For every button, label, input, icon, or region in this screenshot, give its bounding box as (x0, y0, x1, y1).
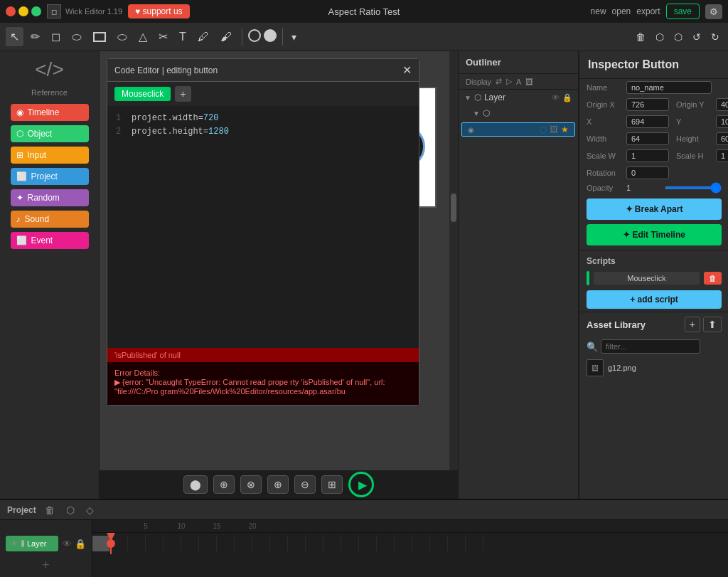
height-input[interactable] (716, 132, 728, 145)
frame-12[interactable] (288, 536, 306, 551)
sidebar-item-input[interactable]: ⊞ Input (11, 147, 89, 164)
rect-tool[interactable] (89, 29, 110, 45)
frame-8[interactable] (217, 536, 235, 551)
frame-18[interactable] (395, 536, 412, 551)
maximize-button[interactable] (31, 6, 41, 16)
pen-tool[interactable]: 🖊 (193, 28, 213, 46)
code-editor-body[interactable]: 1 project.width=720 2 project.height=128… (107, 106, 419, 348)
open-button[interactable]: open (612, 6, 631, 16)
flip-icon[interactable]: ⇄ (496, 77, 502, 86)
redo-icon[interactable]: ↻ (708, 28, 722, 46)
text-display-icon[interactable]: A (516, 78, 521, 86)
save-button[interactable]: save (666, 4, 700, 19)
zoom-out-button[interactable]: ⊖ (294, 475, 316, 494)
cut-tool[interactable]: ✂ (154, 27, 172, 46)
eraser-tool[interactable]: ◻ (47, 27, 65, 46)
eye-icon[interactable]: 👁 (552, 93, 560, 102)
fill-tool[interactable]: ⬭ (68, 28, 86, 46)
frame-5[interactable] (164, 536, 181, 551)
copy-icon[interactable]: ⬡ (653, 28, 667, 46)
sidebar-item-sound[interactable]: ♪ Sound (11, 211, 89, 228)
sidebar-item-timeline[interactable]: ◉ Timeline (11, 104, 89, 121)
close-button[interactable] (6, 6, 16, 16)
origin-y-input[interactable] (716, 98, 728, 111)
origin-x-input[interactable] (626, 98, 669, 111)
width-input[interactable] (626, 132, 669, 145)
frame-13[interactable] (306, 536, 323, 551)
frame-17[interactable] (377, 536, 395, 551)
draw-tool[interactable]: ✏ (26, 27, 44, 46)
layer-eye-icon[interactable]: 👁 (10, 539, 18, 549)
frame-20[interactable] (430, 536, 448, 551)
asset-filter-input[interactable] (601, 339, 700, 354)
chevron-down-icon[interactable]: ▾ (289, 28, 299, 46)
frame-22[interactable] (466, 536, 483, 551)
delete-icon[interactable]: 🗑 (633, 28, 648, 46)
settings-button[interactable]: ⚙ (705, 4, 722, 19)
sidebar-item-random[interactable]: ✦ Random (11, 189, 89, 206)
sublayer-collapse-icon[interactable]: ▼ (473, 110, 480, 117)
circle-outline-icon[interactable] (248, 29, 261, 44)
frame-3[interactable] (128, 536, 146, 551)
x-input[interactable] (626, 115, 669, 128)
ellipse-tool[interactable]: ⬭ (113, 28, 132, 46)
add-tab-button[interactable]: + (175, 86, 191, 102)
support-button[interactable]: ♥ support us (128, 4, 190, 18)
frame-10[interactable] (252, 536, 270, 551)
break-apart-button[interactable]: ✦ Break Apart (587, 198, 722, 220)
mouseclick-tab[interactable]: Mouseclick (114, 87, 171, 101)
asset-import-button[interactable]: ⬆ (703, 317, 722, 332)
canvas-scrollbar-thumb[interactable] (451, 194, 456, 222)
undo-icon[interactable]: ↺ (690, 28, 704, 46)
frame-19[interactable] (412, 536, 430, 551)
lock-icon[interactable]: 🔒 (562, 93, 572, 102)
item-star-icon[interactable]: ★ (561, 125, 569, 134)
frame-6[interactable] (181, 536, 199, 551)
image-display-icon[interactable]: 🖼 (525, 78, 533, 86)
sidebar-item-project[interactable]: ⬜ Project (11, 168, 89, 185)
frame-14[interactable] (323, 536, 341, 551)
frame-4[interactable] (146, 536, 164, 551)
frame-11[interactable] (270, 536, 288, 551)
anchor-button[interactable]: ⊗ (240, 475, 262, 494)
fill-color-button[interactable]: ⬤ (183, 475, 208, 494)
code-editor-close-button[interactable]: ✕ (402, 63, 412, 77)
script-delete-button[interactable]: 🗑 (704, 272, 722, 285)
timeline-frame-button[interactable]: ⬡ (63, 503, 77, 517)
timeline-delete-button[interactable]: 🗑 (42, 503, 58, 517)
opacity-slider[interactable] (665, 186, 722, 189)
track-lock-icon[interactable]: 🔒 (75, 539, 86, 549)
zoom-in-button[interactable]: ⊕ (267, 475, 289, 494)
new-button[interactable]: new (591, 6, 606, 16)
circle-filled-icon[interactable] (264, 29, 277, 44)
line-tool[interactable]: △ (134, 27, 151, 46)
frame-9[interactable] (235, 536, 252, 551)
track-eye-icon[interactable]: 👁 (63, 539, 72, 549)
text-tool[interactable]: T (175, 28, 191, 46)
play-display-icon[interactable]: ▷ (506, 77, 512, 86)
brush-tool[interactable]: 🖌 (216, 28, 236, 46)
transform-button[interactable]: ⊕ (213, 475, 235, 494)
minimize-button[interactable] (18, 6, 28, 16)
sidebar-item-object[interactable]: ⬡ Object (11, 125, 89, 142)
name-input[interactable] (626, 81, 712, 94)
asset-add-button[interactable]: + (685, 317, 700, 332)
add-script-button[interactable]: + add script (587, 290, 722, 309)
item-image-icon[interactable]: 🖼 (550, 125, 558, 134)
scale-h-input[interactable] (716, 149, 728, 162)
asset-item-g12[interactable]: 🖼 g12.png (579, 356, 728, 379)
frame-21[interactable] (448, 536, 466, 551)
layer-collapse-icon[interactable]: ▼ (464, 94, 471, 102)
sidebar-item-event[interactable]: ⬜ Event (11, 232, 89, 249)
fullscreen-button[interactable]: ⊞ (321, 475, 343, 494)
outliner-selected-item[interactable]: ◉ ◌ 🖼 ★ (461, 122, 575, 137)
scale-w-input[interactable] (626, 149, 669, 162)
frame-15[interactable] (341, 536, 359, 551)
rotation-input[interactable] (626, 166, 669, 179)
timeline-diamond-button[interactable]: ◇ (83, 503, 97, 517)
edit-timeline-button[interactable]: ✦ Edit Timeline (587, 224, 722, 245)
frame-7[interactable] (199, 536, 217, 551)
y-input[interactable] (716, 115, 728, 128)
paste-icon[interactable]: ⬡ (671, 28, 685, 46)
canvas-scrollbar[interactable] (449, 51, 458, 470)
